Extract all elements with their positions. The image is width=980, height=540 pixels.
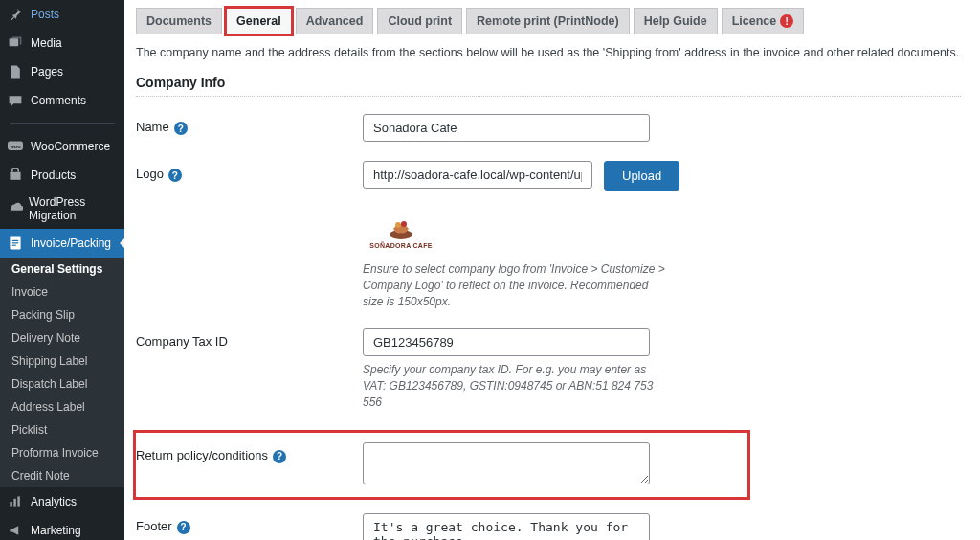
submenu-invoice[interactable]: Invoice xyxy=(0,281,124,304)
analytics-icon xyxy=(8,493,25,510)
tab-label: Licence xyxy=(732,14,777,28)
comment-icon xyxy=(8,92,25,109)
tab-cloud-print[interactable]: Cloud print xyxy=(377,8,462,34)
input-tax-id[interactable] xyxy=(363,328,650,356)
sidebar-item-invoice-packing[interactable]: Invoice/Packing xyxy=(0,229,124,258)
submenu-dispatch-label[interactable]: Dispatch Label xyxy=(0,372,124,395)
intro-text: The company name and the address details… xyxy=(136,46,980,59)
row-tax-id: Company Tax ID Specify your company tax … xyxy=(136,328,980,410)
tab-advanced[interactable]: Advanced xyxy=(296,8,374,34)
submenu-packing-slip[interactable]: Packing Slip xyxy=(0,304,124,326)
sidebar-item-label: Products xyxy=(31,169,76,182)
tab-general[interactable]: General xyxy=(226,8,292,34)
svg-rect-0 xyxy=(10,38,19,46)
admin-sidebar: Posts Media Pages Comments woo WooCommer… xyxy=(0,0,124,540)
section-heading: Company Info xyxy=(136,75,961,97)
tab-documents[interactable]: Documents xyxy=(136,8,222,34)
sidebar-item-media[interactable]: Media xyxy=(0,29,124,57)
row-footer: Footer ? Set up a footer which will be u… xyxy=(136,513,980,540)
cloud-icon xyxy=(8,197,23,214)
label-logo: Logo ? xyxy=(136,161,363,309)
media-icon xyxy=(8,34,25,52)
logo-preview: SOÑADORA CAFE xyxy=(363,208,439,256)
label-tax-id: Company Tax ID xyxy=(136,328,363,410)
submenu-general-settings[interactable]: General Settings xyxy=(0,258,124,281)
svg-rect-3 xyxy=(10,172,20,180)
products-icon xyxy=(8,167,25,184)
logo-preview-text: SOÑADORA CAFE xyxy=(369,242,432,249)
row-return-policy: Return policy/conditions ? xyxy=(133,430,750,500)
label-footer: Footer ? xyxy=(136,513,363,540)
submenu-credit-note[interactable]: Credit Note xyxy=(0,464,124,487)
alert-icon: ! xyxy=(780,14,793,28)
invoice-icon xyxy=(8,235,25,252)
page-icon xyxy=(8,63,25,80)
help-tax-id: Specify your company tax ID. For e.g. yo… xyxy=(363,362,669,410)
sidebar-item-label: Media xyxy=(31,36,62,50)
svg-rect-9 xyxy=(13,499,15,507)
svg-rect-7 xyxy=(12,244,16,245)
sidebar-item-comments[interactable]: Comments xyxy=(0,86,124,115)
sidebar-item-analytics[interactable]: Analytics xyxy=(0,487,124,516)
svg-text:woo: woo xyxy=(9,144,21,149)
sidebar-item-migration[interactable]: WordPress Migration xyxy=(0,190,124,229)
svg-rect-6 xyxy=(12,242,18,243)
submenu-shipping-label[interactable]: Shipping Label xyxy=(0,349,124,372)
tab-help-guide[interactable]: Help Guide xyxy=(634,8,718,34)
sidebar-item-woocommerce[interactable]: woo WooCommerce xyxy=(0,132,124,161)
sidebar-item-label: WooCommerce xyxy=(31,140,110,153)
sidebar-item-products[interactable]: Products xyxy=(0,161,124,190)
sidebar-item-label: Comments xyxy=(31,94,86,107)
textarea-footer[interactable] xyxy=(363,513,650,540)
main-content: Documents General Advanced Cloud print R… xyxy=(124,0,980,540)
help-icon[interactable]: ? xyxy=(168,169,182,182)
input-company-name[interactable] xyxy=(363,114,650,142)
sidebar-item-label: Invoice/Packing xyxy=(31,236,111,250)
submenu-picklist[interactable]: Picklist xyxy=(0,418,124,441)
sidebar-item-label: Posts xyxy=(31,8,59,21)
submenu-address-label[interactable]: Address Label xyxy=(0,395,124,418)
help-icon[interactable]: ? xyxy=(177,521,190,534)
help-logo: Ensure to select company logo from 'Invo… xyxy=(363,261,669,309)
svg-point-13 xyxy=(401,221,407,227)
sidebar-item-label: Marketing xyxy=(31,524,81,537)
sidebar-item-posts[interactable]: Posts xyxy=(0,0,124,29)
label-return-policy: Return policy/conditions ? xyxy=(136,442,363,487)
sidebar-item-label: Analytics xyxy=(31,495,77,508)
svg-rect-10 xyxy=(17,496,19,506)
tab-licence[interactable]: Licence ! xyxy=(722,8,805,34)
sidebar-submenu: General Settings Invoice Packing Slip De… xyxy=(0,258,124,487)
submenu-proforma-invoice[interactable]: Proforma Invoice xyxy=(0,441,124,464)
logo-image-icon xyxy=(386,215,416,240)
svg-rect-5 xyxy=(12,240,18,241)
submenu-delivery-note[interactable]: Delivery Note xyxy=(0,326,124,349)
label-name: Name ? xyxy=(136,114,363,142)
svg-point-12 xyxy=(395,222,401,228)
megaphone-icon xyxy=(8,522,25,539)
tab-remote-print[interactable]: Remote print (PrintNode) xyxy=(466,8,630,34)
row-name: Name ? xyxy=(136,114,980,142)
sidebar-item-label: Pages xyxy=(31,65,63,79)
help-icon[interactable]: ? xyxy=(174,122,188,135)
row-logo: Logo ? Upload SOÑADORA CAFE Ensure to se… xyxy=(136,161,980,309)
tab-bar: Documents General Advanced Cloud print R… xyxy=(136,8,980,34)
input-logo-url[interactable] xyxy=(363,161,592,189)
svg-rect-8 xyxy=(10,502,11,507)
woo-icon: woo xyxy=(8,138,25,155)
sidebar-item-label: WordPress Migration xyxy=(29,195,117,223)
sidebar-separator xyxy=(10,123,115,124)
sidebar-item-marketing[interactable]: Marketing xyxy=(0,516,124,540)
sidebar-item-pages[interactable]: Pages xyxy=(0,57,124,86)
pin-icon xyxy=(8,6,25,23)
upload-button[interactable]: Upload xyxy=(604,161,679,191)
textarea-return-policy[interactable] xyxy=(363,442,650,484)
help-icon[interactable]: ? xyxy=(273,450,286,463)
